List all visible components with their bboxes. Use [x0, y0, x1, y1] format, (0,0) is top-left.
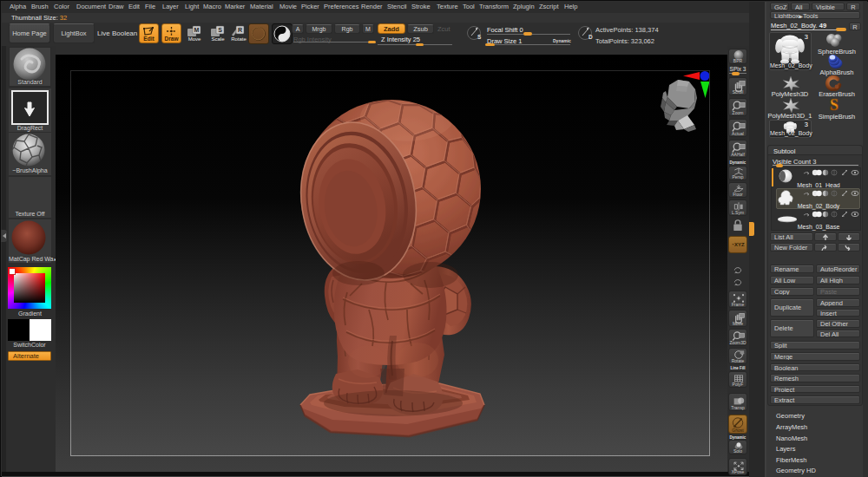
svg-text:R: R — [238, 27, 242, 33]
svg-text:S: S — [218, 27, 222, 33]
svg-text:S: S — [477, 34, 482, 40]
svg-text:S: S — [830, 97, 838, 113]
svg-text:M: M — [194, 27, 200, 33]
svg-text:D: D — [589, 34, 593, 40]
